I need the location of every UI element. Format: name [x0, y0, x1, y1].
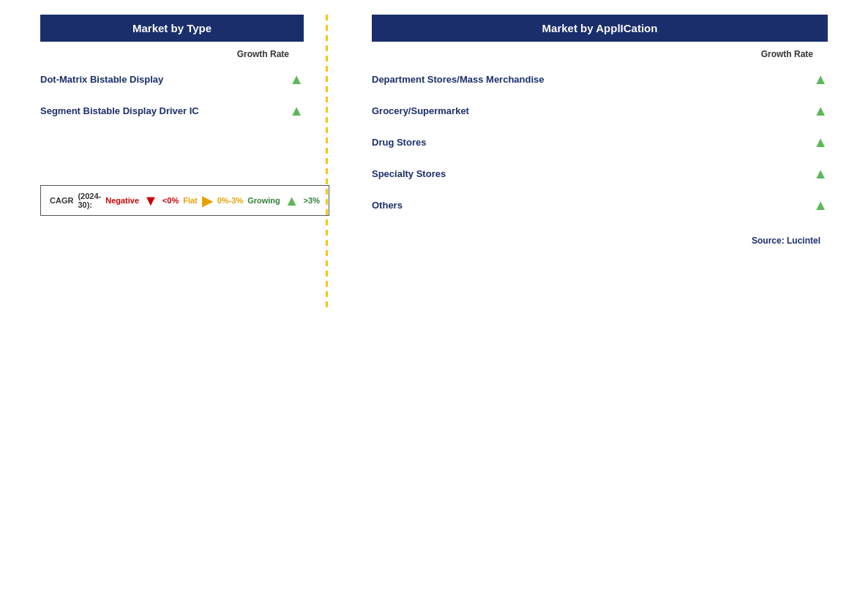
growing-range: >3% [304, 196, 320, 205]
right-item-label-3: Drug Stores [372, 137, 813, 148]
list-item: Drug Stores ▲ [372, 127, 828, 158]
main-layout: Market by Type Growth Rate Dot-Matrix Bi… [0, 0, 868, 322]
growing-arrow-icon: ▲ [285, 192, 299, 209]
growth-arrow-up-icon: ▲ [813, 197, 828, 214]
vertical-divider [326, 15, 328, 307]
right-item-label-1: Department Stores/Mass Merchandise [372, 74, 813, 85]
cagr-label: CAGR [50, 196, 73, 205]
flat-range: 0%-3% [217, 196, 243, 205]
growth-arrow-up-icon: ▲ [813, 102, 828, 119]
cagr-years: (2024-30): [78, 192, 101, 209]
flat-arrow-icon: ▶ [202, 192, 213, 209]
list-item: Specialty Stores ▲ [372, 158, 828, 189]
growth-arrow-up-icon: ▲ [813, 71, 828, 88]
right-panel: Market by ApplICation Growth Rate Depart… [335, 15, 828, 307]
negative-arrow-icon: ▼ [143, 192, 158, 209]
legend-box: CAGR (2024-30): Negative ▼ <0% Flat ▶ 0%… [40, 185, 329, 216]
list-item: Grocery/Supermarket ▲ [372, 95, 828, 127]
negative-label: Negative [105, 196, 139, 205]
item-label-2: Segment Bistable Display Driver IC [40, 105, 289, 116]
flat-label: Flat [183, 196, 198, 205]
list-item: Dot-Matrix Bistable Display ▲ [40, 64, 304, 95]
list-item: Department Stores/Mass Merchandise ▲ [372, 64, 828, 95]
growth-arrow-up-icon: ▲ [813, 165, 828, 182]
left-panel-header: Market by Type [40, 15, 304, 42]
right-panel-header: Market by ApplICation [372, 15, 828, 42]
source-text: Source: Lucintel [372, 236, 828, 246]
negative-range: <0% [162, 196, 179, 205]
list-item: Segment Bistable Display Driver IC ▲ [40, 95, 304, 127]
right-item-label-2: Grocery/Supermarket [372, 105, 813, 116]
growing-label: Growing [247, 196, 280, 205]
right-item-label-4: Specialty Stores [372, 168, 813, 179]
growth-arrow-up-icon: ▲ [289, 71, 304, 88]
list-item: Others ▲ [372, 189, 828, 221]
item-label-1: Dot-Matrix Bistable Display [40, 74, 289, 85]
right-growth-rate-label: Growth Rate [372, 49, 828, 59]
right-item-label-5: Others [372, 200, 813, 211]
left-panel: Market by Type Growth Rate Dot-Matrix Bi… [40, 15, 318, 307]
growth-arrow-up-icon: ▲ [289, 102, 304, 119]
left-growth-rate-label: Growth Rate [40, 49, 304, 59]
growth-arrow-up-icon: ▲ [813, 134, 828, 151]
